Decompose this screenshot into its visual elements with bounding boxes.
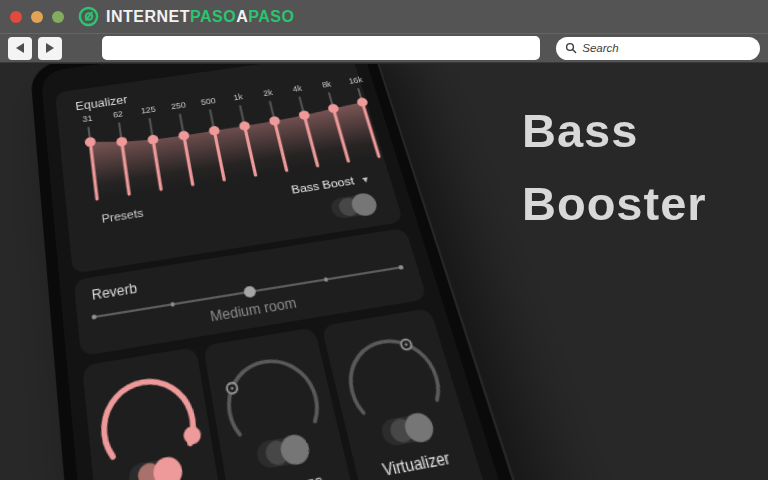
presets-label: Presets (101, 206, 144, 225)
preset-dropdown[interactable]: Bass Boost ▾ (290, 172, 369, 195)
eq-band-label: 8k (321, 80, 333, 90)
preset-selected-value: Bass Boost (290, 175, 355, 196)
logo-text-segment: PASO (248, 8, 294, 26)
site-logo[interactable]: INTERNETPASOAPASO (78, 6, 294, 27)
knob-indicator-dot[interactable] (183, 425, 203, 446)
eq-band-label: 62 (112, 110, 123, 120)
reverb-tick (170, 302, 175, 307)
eq-band-label: 16k (348, 75, 364, 85)
zoom-window-button[interactable] (52, 11, 64, 23)
back-icon (16, 43, 24, 53)
reverb-tick (398, 265, 403, 269)
eq-band-label: 31 (82, 114, 93, 124)
article-title-line2: Booster (522, 177, 707, 230)
knob-label: Virtualizer (381, 449, 453, 480)
address-bar[interactable] (102, 36, 540, 60)
site-logo-text: INTERNETPASOAPASO (106, 8, 294, 26)
virtualizer-knob[interactable] (330, 320, 454, 423)
virtualizer-toggle[interactable] (379, 412, 435, 447)
knob-arc[interactable] (100, 375, 197, 458)
knob-arc[interactable] (341, 335, 442, 414)
article-title-line1: Bass (522, 104, 638, 157)
at-sign-circle-icon (78, 6, 99, 27)
minimize-window-button[interactable] (31, 11, 43, 23)
equalizer-enable-toggle[interactable] (329, 193, 378, 220)
knob-arc[interactable] (222, 355, 321, 436)
logo-text-segment: PASO (190, 8, 236, 26)
eq-band-label: 125 (140, 105, 156, 116)
search-box[interactable]: Search (556, 37, 760, 60)
close-window-button[interactable] (10, 11, 22, 23)
article-title: Bass Booster (522, 94, 707, 240)
eq-band-label: 1k (233, 92, 244, 102)
logo-text-segment: INTERNET (106, 8, 190, 26)
browser-nav-bar: Search (0, 33, 768, 63)
logo-text-segment: A (236, 8, 248, 26)
screenshot-root: INTERNETPASOAPASO Search Equalizer 31621… (0, 0, 768, 480)
bass-boost-knob[interactable] (89, 360, 206, 468)
search-placeholder: Search (582, 42, 618, 54)
eq-band-label: 500 (200, 96, 217, 107)
reverb-tick (323, 277, 328, 281)
reverb-tick (92, 314, 97, 319)
forward-button[interactable] (38, 37, 62, 60)
eq-band-label: 250 (170, 100, 187, 111)
chevron-down-icon: ▾ (361, 173, 369, 184)
loudness-knob[interactable] (211, 340, 331, 445)
eq-band-label: 2k (262, 88, 273, 98)
reverb-slider-handle[interactable] (243, 285, 257, 298)
virtualizer-card: Virtualizer (321, 308, 496, 480)
browser-title-bar: INTERNETPASOAPASO (0, 0, 768, 33)
window-controls (10, 11, 64, 23)
forward-icon (46, 43, 54, 53)
page-content: Equalizer 31621252505001k2k4k8k16k Prese… (0, 64, 768, 480)
back-button[interactable] (8, 37, 32, 60)
eq-band-label: 4k (292, 84, 303, 94)
loudness-toggle[interactable] (255, 434, 311, 470)
search-icon (565, 42, 577, 54)
knob-label: Loudness (254, 472, 325, 480)
